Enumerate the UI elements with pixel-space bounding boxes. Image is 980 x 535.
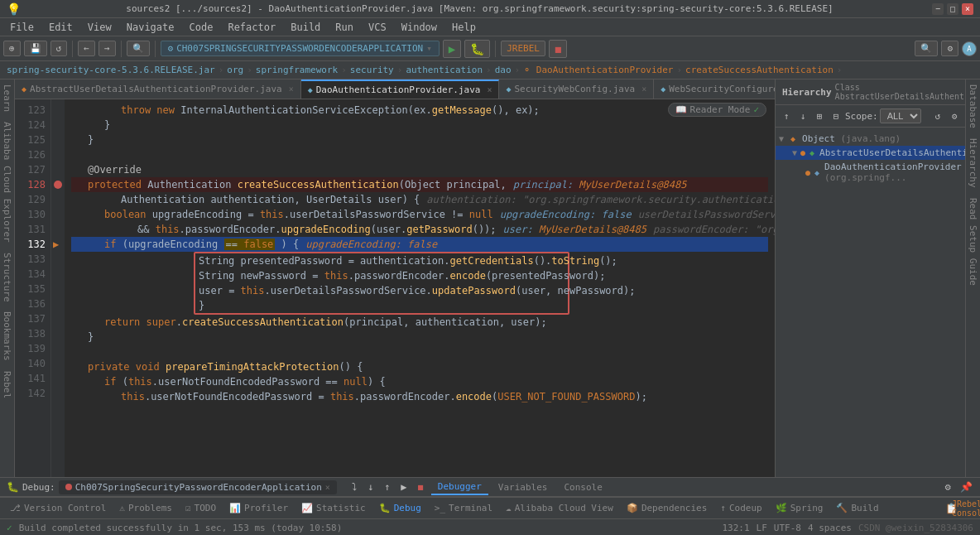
tab-close-1[interactable]: ×	[289, 84, 294, 94]
code-area[interactable]: throw new InternalAuthenticationServiceE…	[65, 99, 775, 477]
learn-panel-label[interactable]: Learn	[0, 80, 14, 117]
tab-spring[interactable]: 🌿 Spring	[769, 501, 830, 515]
breadcrumb-jar[interactable]: spring-security-core-5.3.6.RELEASE.jar	[7, 65, 215, 75]
rebel-label[interactable]: Rebel	[0, 366, 14, 403]
menu-build[interactable]: Build	[284, 20, 327, 35]
toolbar-gear[interactable]: ⚙	[941, 41, 958, 56]
breadcrumb-authentication[interactable]: authentication	[406, 65, 483, 75]
tab-abstract-user-details[interactable]: ◆ AbstractUserDetailsAuthenticationProvi…	[15, 80, 301, 99]
tab-dependencies[interactable]: 📦 Dependencies	[620, 501, 713, 515]
toolbar-search-right[interactable]: 🔍	[915, 41, 938, 56]
hier-btn-collapse[interactable]: ⊟	[829, 108, 843, 123]
maximize-button[interactable]: □	[947, 3, 958, 15]
hierarchy-label[interactable]: Hierarchy	[966, 133, 980, 193]
gutter-126	[51, 147, 65, 162]
jrebel-console-btn[interactable]: JRebel Console	[962, 501, 977, 516]
tab-alibaba[interactable]: ☁ Alibaba Cloud View	[499, 501, 620, 515]
bookmarks-label[interactable]: Bookmarks	[0, 306, 14, 366]
read-setup-label[interactable]: Read Setup Guide	[966, 193, 980, 291]
toolbar-back[interactable]: ⊕	[3, 41, 21, 56]
debug-tab-variables[interactable]: Variables	[492, 480, 555, 494]
tab-close-3[interactable]: ×	[641, 84, 646, 94]
debug-pin-btn[interactable]: 📌	[958, 480, 973, 494]
tab-codeup[interactable]: ↑ Codeup	[713, 501, 768, 515]
menu-refactor[interactable]: Refactor	[221, 20, 282, 35]
hier-btn-expand[interactable]: ⊞	[812, 108, 827, 123]
tab-problems[interactable]: ⚠ Problems	[113, 501, 179, 515]
reader-mode-badge[interactable]: 📖 Reader Mode ✓	[668, 103, 766, 117]
tab-websecurity[interactable]: ◆ WebSecurityConfigurerAdapter.java ×	[654, 80, 775, 99]
debug-stop[interactable]: ◼	[413, 480, 428, 494]
tab-security-web-config[interactable]: ◆ SecurityWebConfig.java ×	[499, 80, 654, 99]
menu-navigate[interactable]: Navigate	[120, 20, 181, 35]
breadcrumb-springframework[interactable]: springframework	[256, 65, 338, 75]
debug-tab-console[interactable]: Console	[557, 480, 608, 494]
ln-131: 131	[15, 222, 46, 237]
structure-label[interactable]: Structure	[0, 248, 14, 307]
encoding[interactable]: UTF-8	[774, 523, 801, 533]
toolbar-nav-back[interactable]: ←	[78, 41, 95, 56]
debug-step-into[interactable]: ↓	[363, 480, 378, 494]
toolbar-avatar[interactable]: A	[962, 41, 977, 56]
tab-version-control[interactable]: ⎇ Version Control	[3, 501, 113, 515]
breadcrumb-method[interactable]: createSuccessAuthentication	[685, 65, 833, 75]
stop-button[interactable]: ◼	[549, 40, 567, 58]
debug-resume[interactable]: ▶	[396, 480, 411, 494]
debug-step-out[interactable]: ↑	[380, 480, 395, 494]
debug-session[interactable]: Ch007SpringSecurityPasswordEncoderApplic…	[59, 480, 337, 494]
jrebel-btn[interactable]: JREBEL	[501, 41, 545, 56]
toolbar-sync[interactable]: ↺	[50, 41, 68, 56]
tab-build[interactable]: 🔨 Build	[829, 501, 885, 515]
minimize-button[interactable]: −	[932, 3, 944, 15]
hier-node-dao[interactable]: ● ◆ DaoAuthenticationProvider (org.sprin…	[776, 160, 965, 185]
tab-todo[interactable]: ☑ TODO	[179, 501, 223, 515]
breadcrumb-security[interactable]: security	[350, 65, 394, 75]
tab-close-2[interactable]: ×	[487, 85, 492, 94]
run-button[interactable]: ▶	[443, 40, 461, 58]
hier-node-abstract[interactable]: ▼ ● ◆ AbstractUserDetailsAuthenticationP…	[776, 146, 965, 160]
tab-terminal[interactable]: >_ Terminal	[428, 501, 499, 515]
debug-tab-debugger[interactable]: Debugger	[431, 480, 488, 495]
menu-file[interactable]: File	[3, 20, 41, 35]
menu-vcs[interactable]: VCS	[362, 20, 393, 35]
breadcrumb-class[interactable]: ⚬ DaoAuthenticationProvider	[523, 65, 673, 75]
tab-profiler[interactable]: 📊 Profiler	[223, 501, 295, 515]
indent[interactable]: 4 spaces	[808, 523, 852, 533]
database-label[interactable]: Database	[966, 80, 980, 133]
toolbar-save[interactable]: 💾	[24, 41, 47, 56]
menu-code[interactable]: Code	[183, 20, 220, 35]
status-right: 132:1 LF UTF-8 4 spaces CSDN @weixin_528…	[722, 523, 973, 533]
hier-btn-settings[interactable]: ⚙	[947, 108, 962, 123]
scope-select[interactable]: ALL	[880, 108, 921, 123]
codeup-label: Codeup	[729, 503, 762, 513]
breakpoint-128[interactable]	[54, 181, 62, 189]
cursor-position[interactable]: 132:1	[722, 523, 749, 533]
hier-btn-refresh[interactable]: ↺	[930, 108, 945, 123]
menu-run[interactable]: Run	[329, 20, 360, 35]
debug-settings-btn[interactable]: ⚙	[940, 480, 955, 494]
breadcrumb-dao[interactable]: dao	[495, 65, 512, 75]
tab-dao-auth[interactable]: ◆ DaoAuthenticationProvider.java ×	[301, 80, 500, 99]
tab-statistic[interactable]: 📈 Statistic	[295, 501, 372, 515]
run-configuration[interactable]: ⚙ CH007SPRINGSECURITYPASSWORDENCODERAPPL…	[161, 41, 440, 56]
gutter-127	[51, 162, 65, 177]
toolbar-nav-fwd[interactable]: →	[98, 41, 116, 56]
menu-view[interactable]: View	[81, 20, 118, 35]
terminal-icon: >_	[435, 503, 445, 513]
tab-debug[interactable]: 🐛 Debug	[372, 501, 428, 515]
close-button[interactable]: ×	[962, 3, 973, 15]
debug-session-close[interactable]: ×	[325, 483, 330, 492]
breadcrumb-org[interactable]: org	[227, 65, 243, 75]
hier-btn-up[interactable]: ↑	[779, 108, 794, 123]
menu-edit[interactable]: Edit	[42, 20, 79, 35]
cloud-explorer-label[interactable]: Alibaba Cloud Explorer	[0, 117, 14, 248]
toolbar-search[interactable]: 🔍	[127, 41, 150, 56]
debug-step-over[interactable]: ⤵	[347, 480, 362, 494]
line-ending[interactable]: LF	[757, 523, 767, 533]
menu-help[interactable]: Help	[445, 20, 483, 35]
menu-window[interactable]: Window	[395, 20, 444, 35]
debug-button[interactable]: 🐛	[464, 40, 490, 58]
hier-btn-down[interactable]: ↓	[795, 108, 810, 123]
hier-node-object[interactable]: ▼ ◆ Object (java.lang)	[776, 131, 965, 146]
left-side-panel: Learn Alibaba Cloud Explorer Structure B…	[0, 80, 15, 477]
